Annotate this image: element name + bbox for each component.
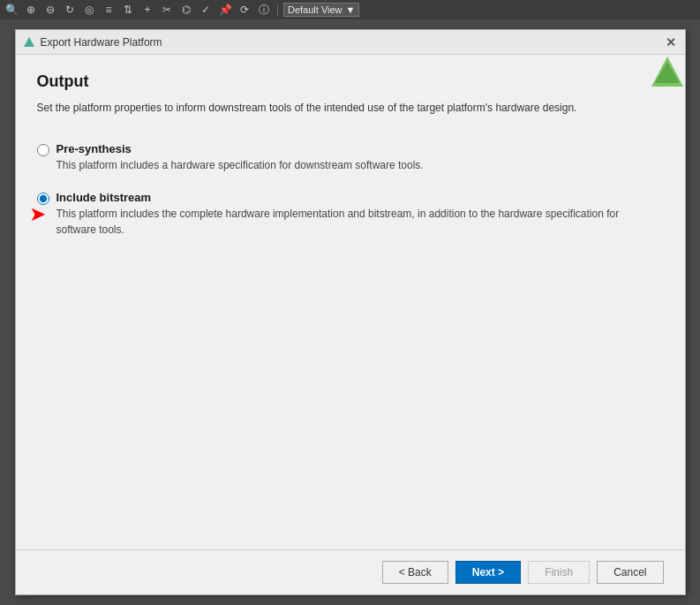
toolbar-separator xyxy=(277,4,278,16)
toolbar-icon-zoom-in[interactable]: ⊕ xyxy=(23,3,39,17)
dialog-body: Output Set the platform properties to in… xyxy=(16,55,685,549)
toolbar-icon-tag[interactable]: ⌬ xyxy=(178,3,194,17)
toolbar-dropdown-arrow: ▼ xyxy=(346,4,356,15)
cancel-button[interactable]: Cancel xyxy=(597,561,663,584)
toolbar-icon-check[interactable]: ✓ xyxy=(198,3,214,17)
xilinx-logo-svg xyxy=(650,55,685,90)
presynthesis-label[interactable]: Pre-synthesis xyxy=(56,142,424,155)
option-bitstream-labels: Include bitstream This platform includes… xyxy=(56,191,657,238)
toolbar-icon-zoom-out[interactable]: ⊖ xyxy=(42,3,58,17)
export-hardware-dialog: Export Hardware Platform ✕ Output Set th… xyxy=(15,29,686,595)
toolbar-icon-refresh[interactable]: ↻ xyxy=(62,3,78,17)
option-include-bitstream: ➤ Include bitstream This platform includ… xyxy=(37,191,664,238)
radio-group: Pre-synthesis This platform includes a h… xyxy=(37,142,664,238)
toolbar-icon-filter[interactable]: ≡ xyxy=(101,3,117,17)
section-description: Set the platform properties to inform do… xyxy=(37,100,664,116)
dialog-title-text: Export Hardware Platform xyxy=(41,36,162,49)
toolbar-icon-cut[interactable]: ✂ xyxy=(159,3,175,17)
toolbar-icon-pin[interactable]: 📌 xyxy=(217,3,233,17)
dialog-titlebar: Export Hardware Platform ✕ xyxy=(16,30,685,55)
dialog-title-icon xyxy=(23,36,35,49)
xilinx-logo-area xyxy=(650,55,685,93)
red-arrow-annotation: ➤ xyxy=(30,205,45,226)
next-button[interactable]: Next > xyxy=(455,561,521,584)
radio-presynthesis[interactable] xyxy=(37,144,49,156)
presynthesis-description: This platform includes a hardware specif… xyxy=(56,157,424,173)
toolbar: 🔍 ⊕ ⊖ ↻ ◎ ≡ ⇅ + ✂ ⌬ ✓ 📌 ⟳ ⓘ Default View… xyxy=(0,0,700,19)
dialog-backdrop: Export Hardware Platform ✕ Output Set th… xyxy=(0,19,700,605)
dialog-close-button[interactable]: ✕ xyxy=(664,35,678,49)
bitstream-label[interactable]: Include bitstream xyxy=(56,191,657,204)
finish-button[interactable]: Finish xyxy=(528,561,590,584)
section-title: Output xyxy=(37,72,664,91)
radio-include-bitstream[interactable] xyxy=(37,193,49,205)
toolbar-view-label: Default View xyxy=(288,4,342,15)
option-presynthesis-labels: Pre-synthesis This platform includes a h… xyxy=(56,142,424,173)
bitstream-description: This platform includes the complete hard… xyxy=(56,206,657,238)
svg-marker-2 xyxy=(655,62,680,83)
toolbar-icon-target[interactable]: ◎ xyxy=(81,3,97,17)
toolbar-icon-sort[interactable]: ⇅ xyxy=(120,3,136,17)
dialog-title-area: Export Hardware Platform xyxy=(23,36,162,49)
back-button[interactable]: < Back xyxy=(382,561,448,584)
svg-marker-0 xyxy=(24,37,34,47)
toolbar-icon-plus[interactable]: + xyxy=(139,3,155,17)
toolbar-view-dropdown[interactable]: Default View ▼ xyxy=(283,3,359,17)
toolbar-icon-info[interactable]: ⓘ xyxy=(256,3,272,17)
option-presynthesis: Pre-synthesis This platform includes a h… xyxy=(37,142,664,173)
toolbar-icon-reload[interactable]: ⟳ xyxy=(237,3,252,17)
dialog-footer: < Back Next > Finish Cancel xyxy=(16,549,685,594)
toolbar-icon-search[interactable]: 🔍 xyxy=(4,3,19,17)
